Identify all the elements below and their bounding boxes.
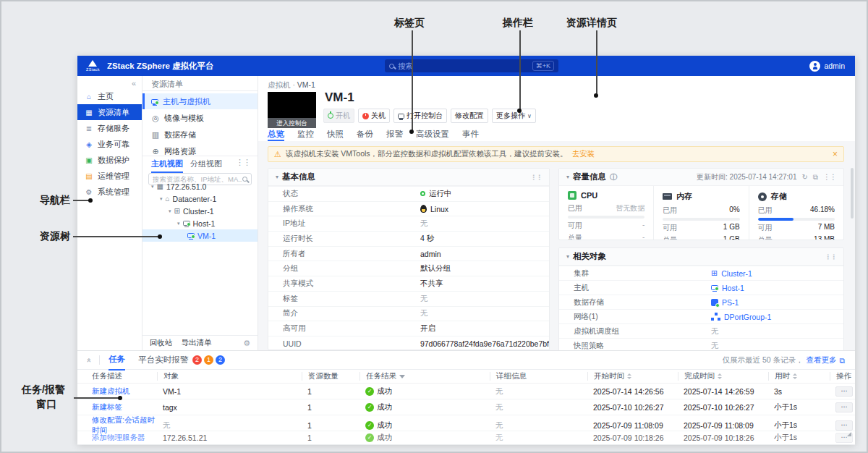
row-more-button[interactable]: ⋯	[835, 386, 853, 397]
task-object: 172.26.51.21	[157, 433, 302, 442]
zstack-logo-text: ZStack	[86, 67, 100, 72]
annotation-task-window-line1: 任务/报警	[22, 384, 65, 397]
external-link-icon[interactable]: ⧉	[813, 173, 818, 182]
tab-overview[interactable]: 总览	[268, 129, 284, 141]
view-more-link[interactable]: 查看更多	[807, 355, 837, 365]
scrollbar[interactable]	[851, 168, 854, 219]
user-menu[interactable]: admin	[809, 56, 845, 76]
tab-snapshot[interactable]: 快照	[327, 129, 344, 141]
gear-icon[interactable]: ⚙	[243, 339, 250, 348]
cluster-icon: ⊞	[174, 207, 180, 215]
caret-icon[interactable]: ▾	[169, 208, 171, 214]
caret-icon[interactable]: ▾	[566, 174, 569, 180]
external-link-icon[interactable]: ⧉	[840, 356, 846, 365]
sort-icon[interactable]	[793, 373, 797, 379]
drag-handle-icon[interactable]: ⋮⋮	[530, 174, 542, 181]
tab-host-view[interactable]: 主机视图	[151, 158, 183, 173]
tree-node-vcenter[interactable]: ▾ ▦ 172.26.51.0	[142, 180, 258, 192]
sort-icon[interactable]	[627, 373, 631, 379]
resize-handle[interactable]	[847, 432, 851, 436]
inventory-item-images[interactable]: ◎ 镜像与模板	[142, 110, 258, 126]
info-row-uptime: 运行时长 4 秒	[268, 231, 549, 246]
warning-alert-badge[interactable]: 1	[204, 355, 213, 365]
sidebar-collapse-icon[interactable]: «	[132, 79, 136, 88]
list-settings-icon[interactable]: ⋮⋮	[236, 158, 250, 167]
col-task-result: 任务结果	[359, 372, 490, 381]
power-off-icon	[362, 113, 369, 119]
inventory-item-hosts-vms[interactable]: 主机与虚拟机	[142, 93, 258, 109]
row-more-button[interactable]: ⋯	[835, 402, 853, 412]
console-thumbnail[interactable]: 进入控制台	[268, 92, 316, 128]
power-off-button[interactable]: 关机	[358, 109, 390, 123]
task-start-time: 2025-07-10 10:26:27	[587, 403, 678, 412]
sort-icon[interactable]	[718, 373, 722, 379]
enter-console-button[interactable]: 进入控制台	[268, 118, 316, 128]
modify-config-button[interactable]: 修改配置	[451, 109, 488, 123]
export-list-link[interactable]: 导出清单	[182, 338, 212, 348]
caret-icon[interactable]: ▾	[566, 253, 569, 260]
capacity-card: ▾ 容量信息 ⓘ 更新时间: 2025-07-14 14:27:01 ↻ ⧉ ⋮…	[558, 168, 844, 240]
task-result: 成功	[359, 386, 490, 397]
col-task-desc: 任务描述	[92, 372, 157, 381]
tab-tasks[interactable]: 任务	[109, 350, 125, 371]
drag-handle-icon[interactable]: ⋮⋮	[823, 173, 836, 181]
global-search-input[interactable]	[398, 62, 532, 70]
tab-alerts[interactable]: 平台实时报警	[138, 351, 188, 370]
more-ops-button[interactable]: 更多操作 ∨	[492, 109, 536, 123]
app-window: ZStack ZStack ZSphere 虚拟化平台 ⌘+K admin « …	[77, 56, 855, 444]
linux-icon	[420, 205, 427, 213]
tab-events[interactable]: 事件	[462, 129, 479, 141]
install-vmtools-link[interactable]: 去安装	[572, 149, 595, 159]
caret-icon[interactable]: ▾	[276, 174, 278, 180]
caret-icon[interactable]: ▾	[177, 221, 180, 226]
nav-sidebar: « ⌂ 主页 ▦ 资源清单 ≣ 存储服务 ◈ 业务可靠 ▣ 数据保护	[77, 76, 142, 350]
sidebar-item-business[interactable]: ◈ 业务可靠	[77, 136, 142, 152]
tree-node-cluster[interactable]: ▾ ⊞ Cluster-1	[142, 205, 258, 217]
cluster-link[interactable]: Cluster-1	[721, 269, 752, 278]
sidebar-item-system[interactable]: ⚙ 系统管理	[77, 184, 142, 200]
critical-alert-badge[interactable]: 2	[192, 355, 202, 365]
sidebar-item-inventory[interactable]: ▦ 资源清单	[77, 104, 142, 120]
tree-node-host[interactable]: ▾ Host-1	[142, 217, 258, 229]
related-objects-card: ▾ 相关对象 ⋮⋮ 集群 ⊞Cluster-1 主机 Host-1 数据存储 P…	[558, 247, 844, 350]
sidebar-item-storage[interactable]: ≣ 存储服务	[77, 120, 142, 136]
tab-advanced[interactable]: 高级设置	[416, 129, 449, 141]
tab-backup[interactable]: 备份	[357, 129, 373, 141]
caret-icon[interactable]: ▾	[151, 184, 154, 190]
top-bar: ZStack ZStack ZSphere 虚拟化平台 ⌘+K admin	[77, 56, 855, 76]
datastore-link[interactable]: PS-1	[722, 298, 739, 307]
sidebar-item-home[interactable]: ⌂ 主页	[77, 88, 142, 104]
inventory-item-datastore[interactable]: ▥ 数据存储	[142, 127, 258, 143]
close-icon[interactable]: ×	[833, 149, 838, 159]
task-desc-link[interactable]: 新建虚拟机	[92, 386, 157, 397]
drag-handle-icon[interactable]: ⋮⋮	[825, 253, 836, 261]
task-desc-link[interactable]: 添加物理服务器	[92, 433, 157, 443]
task-start-time: 2025-07-09 11:08:09	[587, 421, 678, 430]
sidebar-item-ops[interactable]: ▤ 运维管理	[77, 168, 142, 184]
power-on-button[interactable]: 开机	[323, 109, 354, 123]
task-table-header: 任务描述 对象 资源数量 任务结果 详细信息 开始时间 完成时间 用时 操作	[77, 370, 855, 384]
caret-icon[interactable]: ▾	[160, 196, 163, 202]
sidebar-item-data-protect[interactable]: ▣ 数据保护	[77, 152, 142, 168]
recycle-bin-link[interactable]: 回收站	[150, 338, 173, 348]
host-link[interactable]: Host-1	[722, 284, 744, 292]
task-desc-link[interactable]: 新建标签	[92, 402, 157, 412]
tab-alarm[interactable]: 报警	[386, 129, 403, 141]
global-search[interactable]: ⌘+K	[385, 59, 558, 72]
task-alert-panel: » 任务 平台实时报警 2 1 2 仅展示最近 50 条记录， 查看更多 ⧉ 任…	[77, 350, 855, 444]
collapse-panel-icon[interactable]: »	[84, 357, 93, 362]
open-console-button[interactable]: 打开控制台	[393, 109, 447, 123]
info-alert-badge[interactable]: 2	[216, 355, 225, 365]
inventory-item-network[interactable]: ⊕ 网络资源	[142, 143, 258, 159]
port-group-link[interactable]: DPortGroup-1	[724, 313, 771, 321]
breadcrumb-parent[interactable]: 虚拟机	[268, 80, 291, 89]
warning-icon: ⚠	[274, 150, 281, 159]
tab-monitor[interactable]: 监控	[297, 129, 314, 141]
row-more-button[interactable]: ⋯	[835, 420, 853, 431]
info-row-owner: 所有者 admin	[268, 246, 549, 261]
tab-group-view[interactable]: 分组视图	[190, 158, 222, 169]
refresh-icon[interactable]: ↻	[801, 173, 807, 181]
filter-icon[interactable]	[399, 375, 405, 378]
tree-node-datacenter[interactable]: ▾ ⌂ Datacenter-1	[142, 192, 258, 205]
zstack-logo-icon	[88, 60, 97, 67]
